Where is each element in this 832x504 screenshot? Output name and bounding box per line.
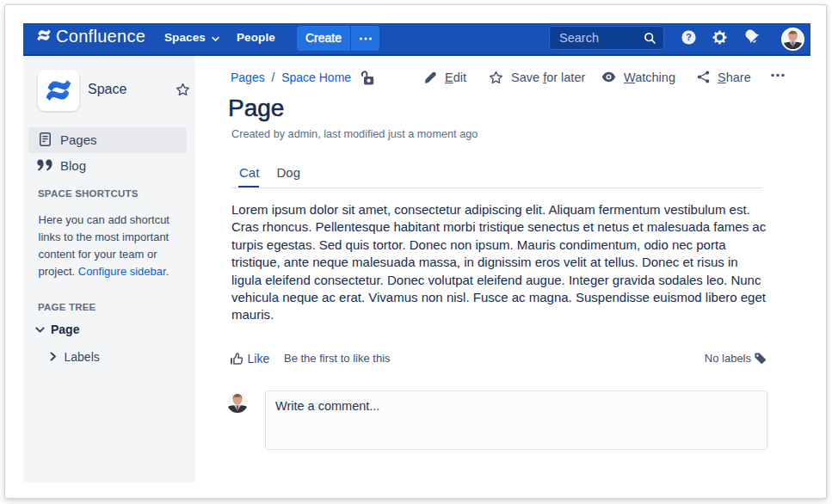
svg-text:?: ? [686, 32, 692, 42]
